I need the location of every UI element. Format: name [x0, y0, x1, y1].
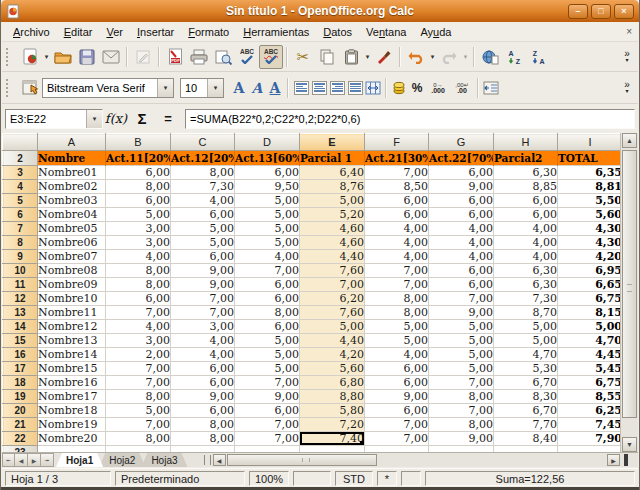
font-size-dropdown[interactable]: ▾	[207, 79, 223, 97]
function-wizard-button[interactable]: f(x)	[103, 111, 129, 126]
cell[interactable]: 6,30	[494, 166, 558, 180]
cell[interactable]: 5,00	[235, 362, 300, 376]
new-document-button[interactable]	[18, 45, 42, 69]
cell[interactable]: 6,30	[494, 278, 558, 292]
cell[interactable]: 7,00	[429, 376, 494, 390]
corner-box[interactable]	[3, 134, 38, 151]
cell[interactable]: 8,00	[429, 390, 494, 404]
cell[interactable]: 7,45	[558, 418, 623, 432]
cell[interactable]: 4,00	[494, 250, 558, 264]
maximize-button[interactable]: □	[591, 4, 611, 19]
previous-sheet-button[interactable]: ◀	[15, 453, 28, 467]
justify-button[interactable]	[346, 76, 364, 100]
cell[interactable]: 8,30	[494, 390, 558, 404]
cell[interactable]: 5,00	[106, 404, 171, 418]
cell[interactable]: 8,15	[558, 306, 623, 320]
cell[interactable]: 7,90	[558, 432, 623, 446]
cell[interactable]: 4,00	[365, 236, 429, 250]
cell[interactable]: 7,00	[235, 418, 300, 432]
cell[interactable]: 6,40	[300, 166, 365, 180]
cell[interactable]: 6,00	[171, 404, 235, 418]
cell[interactable]: 8,00	[235, 306, 300, 320]
cell[interactable]: 8,81	[558, 180, 623, 194]
cell[interactable]: 7,00	[429, 404, 494, 418]
menu-ver[interactable]: Ver	[99, 24, 130, 40]
cell[interactable]: 7,20	[300, 418, 365, 432]
row-header-14[interactable]: 14	[3, 320, 38, 334]
column-header-I[interactable]: I	[558, 134, 623, 151]
cell[interactable]: 8,80	[300, 390, 365, 404]
cell[interactable]: 4,00	[429, 236, 494, 250]
cell[interactable]: Nombre03	[38, 194, 106, 208]
cell[interactable]: 5,60	[300, 362, 365, 376]
cell[interactable]: 4,45	[558, 348, 623, 362]
cell[interactable]: 4,00	[429, 222, 494, 236]
cell[interactable]: 6,00	[171, 376, 235, 390]
cell[interactable]: 8,76	[300, 180, 365, 194]
cell[interactable]: 5,00	[235, 348, 300, 362]
menu-herramientas[interactable]: Herramientas	[236, 24, 316, 40]
toolbar-grip[interactable]	[6, 79, 15, 97]
font-name-dropdown[interactable]: ▾	[157, 79, 173, 97]
row-header-3[interactable]: 3	[3, 166, 38, 180]
menu-editar[interactable]: Editar	[57, 24, 100, 40]
menu-ventana[interactable]: Ventana	[359, 24, 413, 40]
tab-splitter[interactable]	[204, 455, 211, 465]
cell[interactable]: Nombre16	[38, 376, 106, 390]
sheet-tab-hoja2[interactable]: Hoja2	[99, 453, 145, 467]
header-cell[interactable]: TOTAL	[558, 151, 623, 166]
cell[interactable]: 6,00	[171, 362, 235, 376]
align-center-button[interactable]	[310, 76, 328, 100]
sheet-tab-hoja1[interactable]: Hoja1	[56, 453, 103, 467]
row-header-15[interactable]: 15	[3, 334, 38, 348]
redo-dropdown[interactable]: ▾	[461, 53, 470, 61]
cell[interactable]: 6,30	[494, 264, 558, 278]
cell[interactable]: 5,00	[171, 236, 235, 250]
row-header-2[interactable]: 2	[3, 151, 38, 166]
print-button[interactable]	[187, 45, 211, 69]
cell[interactable]: Nombre10	[38, 292, 106, 306]
cell[interactable]: 9,00	[365, 390, 429, 404]
formula-input[interactable]: =SUMA(B22*0,2;C22*0,2;D22*0,6)	[185, 109, 635, 129]
cell[interactable]: 4,40	[300, 250, 365, 264]
cell[interactable]: 5,00	[171, 222, 235, 236]
name-box[interactable]: E3:E22 ▾	[5, 109, 103, 129]
scroll-down-button[interactable]: ▼	[622, 437, 637, 452]
cell[interactable]: 5,45	[558, 362, 623, 376]
cell[interactable]: 7,30	[494, 292, 558, 306]
row-header-9[interactable]: 9	[3, 250, 38, 264]
cell[interactable]: 6,00	[429, 264, 494, 278]
vertical-scroll-thumb[interactable]	[622, 150, 637, 418]
cell[interactable]: 9,00	[429, 180, 494, 194]
cell[interactable]: 6,00	[106, 194, 171, 208]
cell[interactable]: Nombre06	[38, 236, 106, 250]
cell[interactable]: 7,00	[365, 166, 429, 180]
cell[interactable]: 4,70	[558, 334, 623, 348]
cell[interactable]: 9,00	[429, 432, 494, 446]
cell[interactable]: 8,00	[365, 306, 429, 320]
cell[interactable]: 7,00	[365, 418, 429, 432]
status-insert-mode[interactable]	[293, 471, 331, 486]
cell[interactable]: 7,00	[235, 432, 300, 446]
font-size-combo[interactable]: 10 ▾	[180, 78, 224, 98]
cell[interactable]: Nombre14	[38, 348, 106, 362]
cell[interactable]: 9,00	[171, 390, 235, 404]
font-name-combo[interactable]: Bitstream Vera Serif ▾	[42, 78, 174, 98]
cell[interactable]: Nombre20	[38, 432, 106, 446]
page-preview-button[interactable]	[211, 45, 235, 69]
cell[interactable]: Nombre13	[38, 334, 106, 348]
status-page-style[interactable]: Predeterminado	[115, 471, 245, 486]
last-sheet-button[interactable]: ⯮	[41, 453, 54, 467]
name-box-dropdown[interactable]: ▾	[86, 110, 102, 128]
cell[interactable]: 6,00	[365, 362, 429, 376]
status-sum[interactable]: Suma=122,56	[425, 471, 635, 486]
cell[interactable]: 4,00	[106, 250, 171, 264]
cell[interactable]: 6,00	[429, 166, 494, 180]
cell[interactable]: 7,60	[300, 306, 365, 320]
cell[interactable]: 8,85	[494, 180, 558, 194]
cell[interactable]: 2,00	[106, 348, 171, 362]
cell[interactable]: 9,00	[429, 306, 494, 320]
sheet-tab-hoja3[interactable]: Hoja3	[141, 453, 187, 467]
undo-button[interactable]	[404, 45, 428, 69]
cell[interactable]: 8,00	[106, 278, 171, 292]
